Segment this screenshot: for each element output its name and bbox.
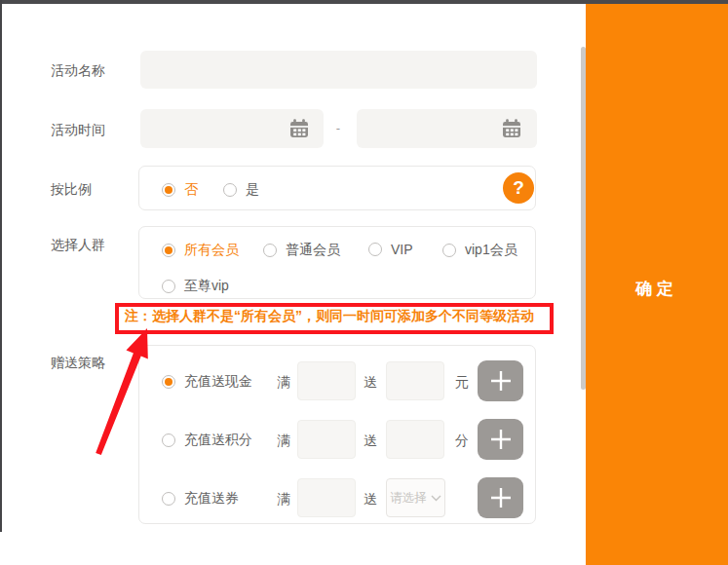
plus-icon <box>489 369 513 393</box>
radio-icon[interactable] <box>162 244 175 257</box>
give-word: 送 <box>364 491 377 508</box>
by-ratio-label: 按比例 <box>51 181 92 199</box>
radio-icon[interactable] <box>162 280 175 293</box>
amount-input[interactable] <box>297 478 356 517</box>
audience-label: 选择人群 <box>51 237 105 254</box>
coupon-select[interactable]: 请选择 <box>386 478 445 517</box>
radio-option-recharge-cash[interactable]: 充值送现金 <box>162 373 252 391</box>
threshold-word: 满 <box>277 374 290 392</box>
help-icon[interactable]: ? <box>503 172 534 204</box>
radio-icon[interactable] <box>263 244 277 257</box>
radio-option-recharge-coupon[interactable]: 充值送券 <box>162 490 239 508</box>
threshold-word: 满 <box>277 433 290 450</box>
unit-word: 分 <box>455 433 469 450</box>
radio-icon[interactable] <box>162 492 175 506</box>
audience-group: 所有会员 普通会员 VIP vip1会员 至尊vip <box>138 226 536 299</box>
select-placeholder: 请选择 <box>390 490 427 507</box>
radio-option-no[interactable]: 否 <box>162 181 198 199</box>
threshold-word: 满 <box>277 491 290 508</box>
start-date-input[interactable] <box>140 109 324 148</box>
note-text: 注：选择人群不是“所有会员”，则同一时间可添加多个不同等级活动 <box>125 308 534 325</box>
radio-option-vip1[interactable]: vip1会员 <box>442 242 517 259</box>
plus-icon <box>489 428 513 451</box>
gift-amount-input[interactable] <box>386 361 444 400</box>
date-range-separator: - <box>329 121 347 135</box>
plus-icon <box>489 486 513 509</box>
give-word: 送 <box>364 433 377 450</box>
amount-input[interactable] <box>297 361 356 400</box>
confirm-button[interactable]: 确定 <box>586 278 728 300</box>
radio-icon[interactable] <box>223 183 237 197</box>
scrollbar-thumb[interactable] <box>581 47 586 390</box>
strategy-label: 赠送策略 <box>51 355 105 372</box>
end-date-input[interactable] <box>357 109 537 148</box>
radio-icon[interactable] <box>162 183 175 197</box>
calendar-icon[interactable] <box>288 118 311 139</box>
radio-icon[interactable] <box>442 244 456 257</box>
radio-icon[interactable] <box>162 433 175 447</box>
gift-amount-input[interactable] <box>386 420 444 459</box>
chevron-down-icon <box>431 495 441 502</box>
amount-input[interactable] <box>297 420 356 459</box>
activity-name-input[interactable] <box>140 51 537 89</box>
radio-option-recharge-points[interactable]: 充值送积分 <box>162 432 252 449</box>
give-word: 送 <box>364 374 377 392</box>
radio-option-yes[interactable]: 是 <box>223 181 259 199</box>
radio-icon[interactable] <box>368 243 382 256</box>
unit-word: 元 <box>455 374 469 392</box>
strategy-group: 充值送现金 满 送 元 充值送积分 满 送 分 充值送券 <box>138 345 536 524</box>
radio-option-normal-members[interactable]: 普通会员 <box>263 242 340 259</box>
radio-icon[interactable] <box>162 375 175 389</box>
by-ratio-group: 否 是 ? <box>138 166 536 210</box>
drawer-form: 确定 活动名称 活动时间 - <box>0 0 728 565</box>
activity-name-label: 活动名称 <box>51 62 105 80</box>
radio-option-all-members[interactable]: 所有会员 <box>162 242 239 259</box>
left-window-edge <box>0 0 2 532</box>
radio-option-vip[interactable]: VIP <box>368 242 413 257</box>
add-rule-button[interactable] <box>478 477 523 518</box>
activity-time-label: 活动时间 <box>51 122 105 139</box>
add-rule-button[interactable] <box>478 419 523 460</box>
add-rule-button[interactable] <box>478 360 523 401</box>
calendar-icon[interactable] <box>501 118 523 139</box>
radio-option-supreme-vip[interactable]: 至尊vip <box>162 278 229 295</box>
confirm-panel: 确定 <box>586 4 728 565</box>
